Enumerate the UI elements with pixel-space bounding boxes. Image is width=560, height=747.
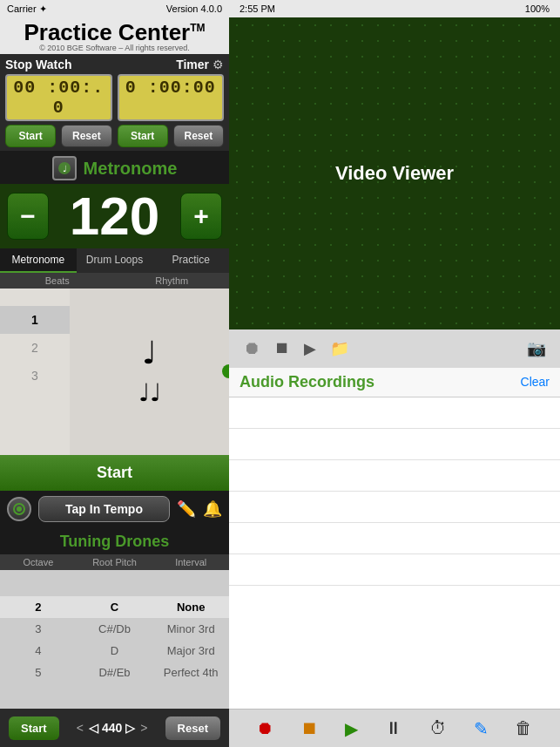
toolbar-stop-button[interactable]: ⏹ xyxy=(300,718,318,738)
recording-row xyxy=(229,460,560,492)
video-viewer-label: Video Viewer xyxy=(335,162,454,185)
timer-display: 0 :00:00 xyxy=(118,74,225,121)
green-dot xyxy=(222,364,229,378)
pitch-display: < ◁ 440 ▷ > xyxy=(77,721,148,735)
pitch-right-arrow[interactable]: > xyxy=(140,721,147,735)
right-panel: 2:55 PM 100% Video Viewer ⏺ ⏹ ▶ 📁 📷 Audi… xyxy=(229,0,560,747)
recording-row xyxy=(229,397,560,429)
octave-5[interactable]: 5 xyxy=(0,662,77,683)
bpm-value: 120 xyxy=(49,189,180,243)
version-label: Version 4.0.0 xyxy=(166,3,222,14)
tuning-section: Tuning Drones Octave Root Pitch Interval… xyxy=(0,527,229,710)
pitch-c[interactable]: C xyxy=(77,596,153,618)
bottom-start-button[interactable]: Start xyxy=(9,716,59,740)
octave-2[interactable]: 2 xyxy=(0,596,77,618)
timer-label: Timer xyxy=(176,58,209,71)
recording-row xyxy=(229,429,560,460)
bottom-reset-button[interactable]: Reset xyxy=(165,716,220,740)
bottom-toolbar: ⏺ ⏹ ▶ ⏸ ⏱ ✎ 🗑 xyxy=(229,709,560,747)
tap-tempo-button[interactable]: Tap In Tempo xyxy=(38,496,170,522)
status-bar-left: Carrier ✦ Version 4.0.0 xyxy=(0,0,229,17)
octave-col-label: Octave xyxy=(0,557,77,567)
left-panel: Carrier ✦ Version 4.0.0 Practice CenterT… xyxy=(0,0,229,747)
metronome-icon: ♩ xyxy=(52,156,77,180)
toolbar-pause-button[interactable]: ⏸ xyxy=(385,718,402,738)
pitch-left-arrow[interactable]: < xyxy=(77,721,84,735)
toolbar-play-button[interactable]: ▶ xyxy=(345,718,358,739)
clear-button[interactable]: Clear xyxy=(521,375,550,389)
audio-recordings-title: Audio Recordings xyxy=(240,373,374,391)
octave-4[interactable]: 4 xyxy=(0,640,77,662)
toolbar-trash-button[interactable]: 🗑 xyxy=(515,718,532,738)
bpm-plus-button[interactable]: + xyxy=(180,193,222,240)
sw-reset-button[interactable]: Reset xyxy=(61,125,111,147)
recording-row xyxy=(229,492,560,523)
metronome-start-bar[interactable]: Start xyxy=(0,455,229,491)
beats-section: Beats Rhythm 1 2 3 ♩ ♩♩ xyxy=(0,273,229,455)
interval-none[interactable]: None xyxy=(152,596,229,618)
music-notes: ♩ ♩♩ xyxy=(138,334,161,409)
tuning-content: 2 3 4 5 C C#/Db D D#/Eb None Minor 3rd M… xyxy=(0,570,229,710)
beat-1[interactable]: 1 xyxy=(0,306,70,334)
beats-content: 1 2 3 ♩ ♩♩ xyxy=(0,289,229,455)
sw-buttons-row: Start Reset Start Reset xyxy=(5,125,224,147)
play-button[interactable]: ▶ xyxy=(304,339,316,358)
timer-start-button[interactable]: Start xyxy=(118,125,168,147)
tab-metronome[interactable]: Metronome xyxy=(0,248,77,273)
pitch-value: ◁ 440 ▷ xyxy=(89,721,135,735)
recording-row xyxy=(229,554,560,586)
interval-perfect4[interactable]: Perfect 4th xyxy=(152,662,229,683)
svg-point-3 xyxy=(17,506,22,512)
app-header: Practice CenterTM © 2010 BGE Software – … xyxy=(0,17,229,54)
rhythm-area: ♩ ♩♩ xyxy=(70,289,229,455)
video-controls: ⏺ ⏹ ▶ 📁 📷 xyxy=(229,329,560,368)
sw-start-button[interactable]: Start xyxy=(5,125,56,147)
beats-col-label: Beats xyxy=(0,275,115,286)
toolbar-record-button[interactable]: ⏺ xyxy=(256,718,273,738)
folder-button[interactable]: 📁 xyxy=(330,339,349,358)
timer-header-group: Timer ⚙ xyxy=(176,58,224,71)
time-label: 2:55 PM xyxy=(240,3,275,14)
interval-col-label: Interval xyxy=(152,557,229,567)
rhythm-col-label: Rhythm xyxy=(115,275,230,286)
tab-practice[interactable]: Practice xyxy=(152,248,229,273)
bottom-bar-left: Start < ◁ 440 ▷ > Reset xyxy=(0,709,229,747)
recording-row xyxy=(229,523,560,554)
stopwatch-display: 00 :00:. 0 xyxy=(5,74,112,121)
interval-list: None Minor 3rd Major 3rd Perfect 4th xyxy=(152,570,229,710)
app-title: Practice CenterTM xyxy=(0,21,229,44)
beat-3[interactable]: 3 xyxy=(0,362,70,390)
stop-button[interactable]: ⏹ xyxy=(274,339,290,357)
recordings-list xyxy=(229,397,560,710)
timer-reset-button[interactable]: Reset xyxy=(173,125,224,147)
root-pitch-list: C C#/Db D D#/Eb xyxy=(77,570,153,710)
gear-icon[interactable]: ⚙ xyxy=(213,58,224,71)
pitch-d[interactable]: D xyxy=(77,640,153,662)
displays-row: 00 :00:. 0 0 :00:00 xyxy=(5,74,224,121)
toolbar-speed-button[interactable]: ⏱ xyxy=(429,718,447,738)
pencil-icon[interactable]: ✏️ xyxy=(177,499,196,519)
toolbar-edit-button[interactable]: ✎ xyxy=(474,718,489,739)
pitch-csharp[interactable]: C#/Db xyxy=(77,618,153,640)
pitch-dsharp[interactable]: D#/Eb xyxy=(77,662,153,683)
status-bar-right: 2:55 PM 100% xyxy=(229,0,560,17)
record-button[interactable]: ⏺ xyxy=(243,338,260,358)
tuning-title: Tuning Drones xyxy=(0,527,229,554)
octave-list: 2 3 4 5 xyxy=(0,570,77,710)
bell-icon[interactable]: 🔔 xyxy=(203,499,222,519)
root-pitch-col-label: Root Pitch xyxy=(77,557,153,567)
camera-button[interactable]: 📷 xyxy=(527,339,546,358)
audio-recordings-header: Audio Recordings Clear xyxy=(229,368,560,397)
tuning-header: Octave Root Pitch Interval xyxy=(0,554,229,570)
bpm-section: − 120 + xyxy=(0,184,229,248)
stopwatch-title: Stop Watch xyxy=(5,58,71,71)
carrier-label: Carrier ✦ xyxy=(7,3,47,15)
svg-text:♩: ♩ xyxy=(62,164,66,173)
octave-3[interactable]: 3 xyxy=(0,618,77,640)
tab-drum-loops[interactable]: Drum Loops xyxy=(77,248,153,273)
interval-major3[interactable]: Major 3rd xyxy=(152,640,229,662)
beats-list: 1 2 3 xyxy=(0,289,70,455)
bpm-minus-button[interactable]: − xyxy=(7,193,49,240)
beat-2[interactable]: 2 xyxy=(0,334,70,362)
interval-minor3[interactable]: Minor 3rd xyxy=(152,618,229,640)
